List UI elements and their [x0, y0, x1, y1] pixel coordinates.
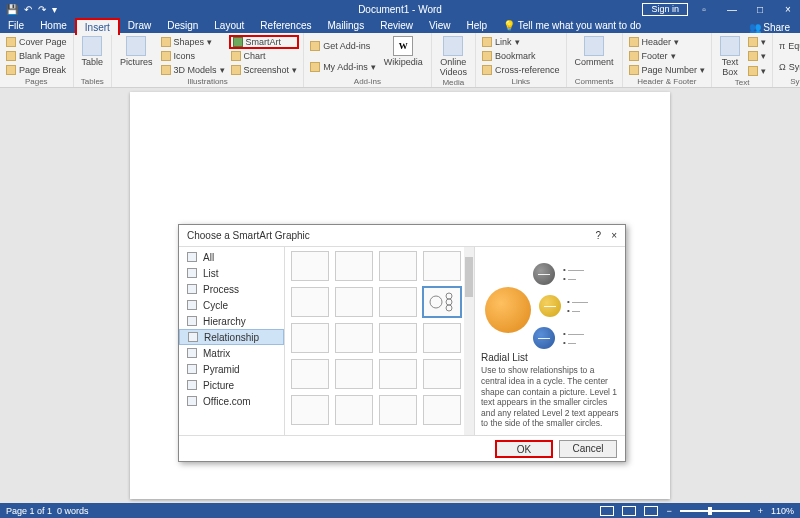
category-matrix[interactable]: Matrix: [179, 345, 284, 361]
smartart-button[interactable]: SmartArt: [229, 35, 300, 49]
gallery-thumb[interactable]: [335, 287, 373, 317]
comment-button[interactable]: Comment: [571, 35, 618, 77]
relationship-icon: [188, 332, 198, 342]
maximize-icon[interactable]: □: [748, 4, 772, 15]
gallery-thumb[interactable]: [291, 395, 329, 425]
drop-cap-button[interactable]: ▾: [746, 64, 768, 78]
tab-file[interactable]: File: [0, 18, 32, 33]
category-cycle[interactable]: Cycle: [179, 297, 284, 313]
equation-button[interactable]: π Equation ▾: [777, 39, 800, 53]
gallery-thumb[interactable]: [291, 359, 329, 389]
tab-help[interactable]: Help: [458, 18, 495, 33]
tab-draw[interactable]: Draw: [120, 18, 159, 33]
tab-references[interactable]: References: [252, 18, 319, 33]
category-process[interactable]: Process: [179, 281, 284, 297]
gallery-thumb[interactable]: [423, 251, 461, 281]
page-break-button[interactable]: Page Break: [4, 63, 69, 77]
gallery-thumb[interactable]: [379, 251, 417, 281]
online-video-button[interactable]: Online Videos: [436, 35, 471, 78]
tab-mailings[interactable]: Mailings: [319, 18, 372, 33]
header-button[interactable]: Header ▾: [627, 35, 708, 49]
tab-layout[interactable]: Layout: [206, 18, 252, 33]
pictures-button[interactable]: Pictures: [116, 35, 157, 77]
hierarchy-icon: [187, 316, 197, 326]
page-status[interactable]: Page 1 of 1: [6, 506, 52, 516]
gallery-thumb[interactable]: [335, 359, 373, 389]
table-button[interactable]: Table: [78, 35, 108, 77]
gallery-scrollbar[interactable]: [464, 247, 474, 435]
gallery-thumb[interactable]: [379, 395, 417, 425]
close-icon[interactable]: ×: [776, 4, 800, 15]
tab-design[interactable]: Design: [159, 18, 206, 33]
gallery-thumb-selected[interactable]: [423, 287, 461, 317]
gallery-thumb[interactable]: [291, 287, 329, 317]
page-number-button[interactable]: Page Number ▾: [627, 63, 708, 77]
category-list[interactable]: List: [179, 265, 284, 281]
tab-view[interactable]: View: [421, 18, 459, 33]
category-hierarchy[interactable]: Hierarchy: [179, 313, 284, 329]
redo-icon[interactable]: ↷: [38, 4, 46, 15]
web-layout-icon[interactable]: [644, 506, 658, 516]
dialog-title: Choose a SmartArt Graphic: [187, 230, 310, 241]
gallery-thumb[interactable]: [379, 359, 417, 389]
gallery-thumb[interactable]: [291, 323, 329, 353]
minimize-icon[interactable]: —: [720, 4, 744, 15]
cancel-button[interactable]: Cancel: [559, 440, 617, 458]
matrix-icon: [187, 348, 197, 358]
scrollbar-thumb[interactable]: [465, 257, 473, 297]
group-label-pages: Pages: [4, 77, 69, 87]
chart-button[interactable]: Chart: [229, 49, 300, 63]
tab-home[interactable]: Home: [32, 18, 75, 33]
icons-button[interactable]: Icons: [159, 49, 227, 63]
quick-parts-button[interactable]: ▾: [746, 35, 768, 49]
category-office-com[interactable]: Office.com: [179, 393, 284, 409]
3d-models-button[interactable]: 3D Models ▾: [159, 63, 227, 77]
tab-review[interactable]: Review: [372, 18, 421, 33]
dialog-close-icon[interactable]: ×: [611, 230, 617, 241]
gallery-thumb[interactable]: [379, 323, 417, 353]
tell-me[interactable]: 💡 Tell me what you want to do: [495, 18, 649, 33]
gallery-thumb[interactable]: [291, 251, 329, 281]
ok-button[interactable]: OK: [495, 440, 553, 458]
gallery-thumb[interactable]: [335, 323, 373, 353]
category-relationship[interactable]: Relationship: [179, 329, 284, 345]
sign-in-button[interactable]: Sign in: [642, 3, 688, 16]
gallery-thumb[interactable]: [335, 251, 373, 281]
read-mode-icon[interactable]: [600, 506, 614, 516]
word-count[interactable]: 0 words: [57, 506, 89, 516]
gallery-thumb[interactable]: [335, 395, 373, 425]
my-addins-button[interactable]: My Add-ins ▾: [308, 60, 378, 74]
bookmark-button[interactable]: Bookmark: [480, 49, 562, 63]
link-button[interactable]: Link ▾: [480, 35, 562, 49]
save-icon[interactable]: 💾: [6, 4, 18, 15]
share-button[interactable]: 👥 Share: [743, 22, 796, 33]
gallery-thumb[interactable]: [379, 287, 417, 317]
cross-reference-button[interactable]: Cross-reference: [480, 63, 562, 77]
get-addins-button[interactable]: Get Add-ins: [308, 39, 378, 53]
tab-insert[interactable]: Insert: [75, 18, 120, 35]
category-all[interactable]: All: [179, 249, 284, 265]
category-picture[interactable]: Picture: [179, 377, 284, 393]
gallery-thumb[interactable]: [423, 395, 461, 425]
print-layout-icon[interactable]: [622, 506, 636, 516]
gallery-thumb[interactable]: [423, 323, 461, 353]
wordart-button[interactable]: ▾: [746, 49, 768, 63]
screenshot-button[interactable]: Screenshot ▾: [229, 63, 300, 77]
text-box-button[interactable]: Text Box: [716, 35, 744, 78]
ribbon-options-icon[interactable]: ▫: [692, 4, 716, 15]
shapes-button[interactable]: Shapes ▾: [159, 35, 227, 49]
undo-icon[interactable]: ↶: [24, 4, 32, 15]
gallery-thumb[interactable]: [423, 359, 461, 389]
cover-page-button[interactable]: Cover Page: [4, 35, 69, 49]
zoom-level[interactable]: 110%: [771, 506, 794, 516]
dialog-help-icon[interactable]: ?: [596, 230, 602, 241]
blank-page-button[interactable]: Blank Page: [4, 49, 69, 63]
zoom-slider[interactable]: [680, 510, 750, 512]
symbol-button[interactable]: Ω Symbol ▾: [777, 60, 800, 74]
qat-customize-icon[interactable]: ▾: [52, 4, 57, 15]
category-pyramid[interactable]: Pyramid: [179, 361, 284, 377]
wikipedia-button[interactable]: WWikipedia: [380, 35, 427, 77]
zoom-in-button[interactable]: +: [758, 506, 763, 516]
footer-button[interactable]: Footer ▾: [627, 49, 708, 63]
zoom-out-button[interactable]: −: [666, 506, 671, 516]
